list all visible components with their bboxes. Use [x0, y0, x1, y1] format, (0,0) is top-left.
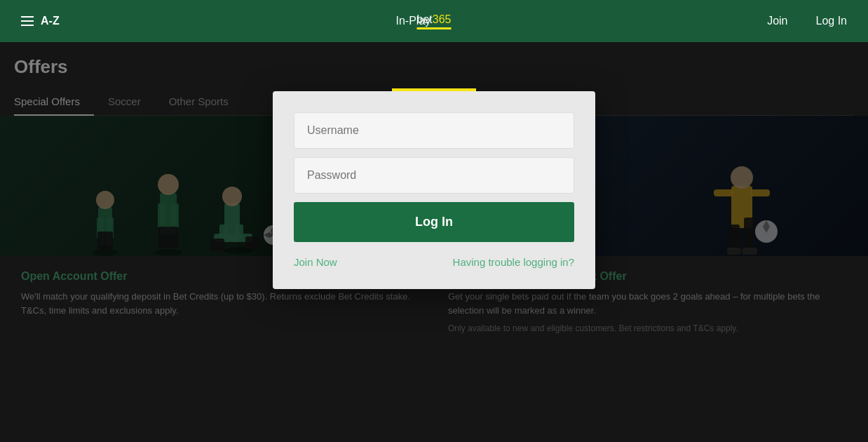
main-content: Offers Special Offers Soccer Other Sport… — [0, 42, 868, 442]
modal-footer: Join Now Having trouble logging in? — [294, 256, 574, 268]
menu-icon[interactable] — [21, 16, 34, 26]
modal-tab-indicator — [392, 88, 476, 91]
header-right: Join Log In — [767, 15, 847, 27]
logo-underline — [417, 27, 452, 29]
login-header-button[interactable]: Log In — [816, 15, 847, 27]
logo-365: 365 — [433, 13, 452, 25]
password-input[interactable] — [294, 157, 574, 194]
az-button[interactable]: A-Z — [41, 15, 60, 27]
logo-bet: bet — [417, 13, 433, 25]
header-left: A-Z — [21, 15, 60, 27]
join-button[interactable]: Join — [767, 15, 787, 27]
header: A-Z In-Play bet365 Join Log In — [0, 0, 868, 42]
username-input[interactable] — [294, 112, 574, 149]
join-now-link[interactable]: Join Now — [294, 256, 337, 268]
login-modal: Log In Join Now Having trouble logging i… — [273, 91, 595, 289]
trouble-login-link[interactable]: Having trouble logging in? — [453, 256, 574, 268]
logo: bet365 — [417, 13, 452, 29]
login-button[interactable]: Log In — [294, 202, 574, 242]
